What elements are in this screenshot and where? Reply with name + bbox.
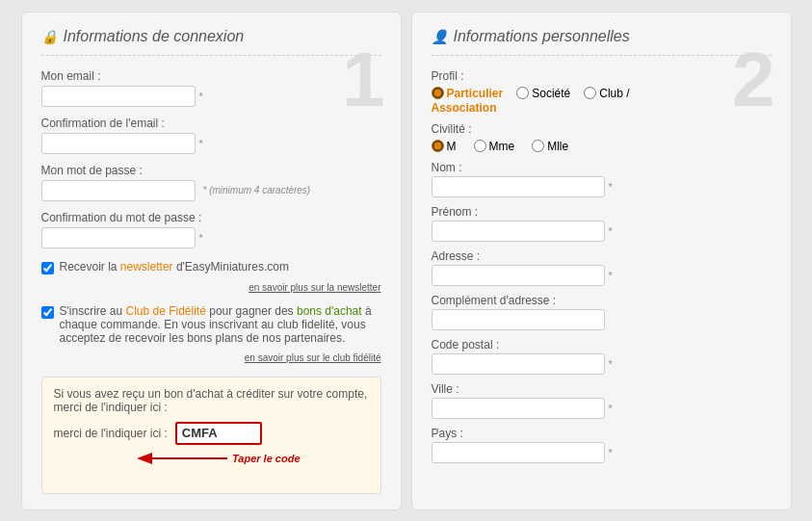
radio-mlle-text: Mlle: [547, 140, 568, 153]
newsletter-link[interactable]: newsletter: [120, 260, 173, 274]
radio-particulier-text: Particulier: [447, 87, 504, 100]
radio-mme-text: Mme: [489, 140, 515, 153]
email-input[interactable]: [41, 86, 196, 107]
radio-club-text: Club /: [599, 87, 629, 100]
club-checkbox[interactable]: [41, 306, 54, 319]
radio-societe-label[interactable]: Société: [516, 87, 570, 100]
adresse-input[interactable]: [432, 265, 605, 286]
ville-required: *: [609, 403, 613, 414]
prenom-label: Prénom :: [432, 205, 772, 219]
bons-achat-link[interactable]: bons d'achat: [297, 304, 362, 318]
code-postal-label: Code postal :: [432, 338, 772, 352]
newsletter-text-before: Recevoir la: [60, 260, 120, 274]
prenom-input[interactable]: [432, 221, 605, 242]
svg-text:Taper le code "CMFA" ici: Taper le code "CMFA" ici: [232, 453, 304, 464]
voucher-label: merci de l'indiquer ici :: [54, 427, 168, 440]
profile-options: Particulier Société Club /: [432, 87, 772, 100]
voucher-text: Si vous avez reçu un bon d'achat à crédi…: [54, 387, 369, 414]
adresse-required: *: [609, 270, 613, 281]
radio-club-label[interactable]: Club /: [584, 87, 629, 100]
right-panel: 👤 Informations personnelles 2 Profil : P…: [411, 12, 792, 510]
code-postal-required: *: [609, 358, 613, 370]
civility-label: Civilité :: [432, 122, 772, 136]
email-confirm-required: *: [199, 138, 203, 149]
left-panel-title: 🔒 Informations de connexion: [41, 28, 381, 56]
left-panel: 🔒 Informations de connexion 1 Mon email …: [21, 12, 402, 510]
complement-group: Complément d'adresse :: [432, 294, 772, 330]
nom-label: Nom :: [432, 161, 772, 174]
pays-group: Pays : *: [432, 427, 772, 463]
club-checkbox-label[interactable]: S'inscrire au Club de Fidélité pour gagn…: [41, 304, 381, 345]
club-group: S'inscrire au Club de Fidélité pour gagn…: [41, 304, 381, 363]
newsletter-text-middle: d'EasyMiniatures.com: [173, 260, 289, 274]
voucher-section: Si vous avez reçu un bon d'achat à crédi…: [41, 377, 381, 494]
email-confirm-label: Confirmation de l'email :: [41, 117, 381, 130]
nom-group: Nom : *: [432, 161, 772, 197]
adresse-group: Adresse : *: [432, 249, 772, 286]
pays-required: *: [609, 447, 613, 458]
prenom-required: *: [609, 225, 613, 237]
nom-input[interactable]: [432, 176, 605, 197]
email-required: *: [199, 91, 203, 102]
pays-label: Pays :: [432, 427, 772, 440]
arrow-svg: Taper le code "CMFA" ici: [112, 449, 304, 483]
club-text: S'inscrire au Club de Fidélité pour gagn…: [60, 304, 381, 345]
radio-mme-label[interactable]: Mme: [474, 140, 515, 153]
voucher-description: Si vous avez reçu un bon d'achat à crédi…: [54, 387, 368, 414]
radio-mme[interactable]: [474, 140, 486, 152]
radio-particulier-label[interactable]: Particulier: [432, 87, 504, 100]
right-panel-title-text: Informations personnelles: [454, 28, 630, 45]
password-confirm-label: Confirmation du mot de passe :: [41, 211, 381, 224]
email-label: Mon email :: [41, 69, 381, 83]
association-text: Association: [432, 101, 497, 115]
newsletter-text: Recevoir la newsletter d'EasyMiniatures.…: [60, 260, 289, 274]
person-icon: 👤: [432, 29, 448, 44]
pays-input[interactable]: [432, 442, 605, 463]
ville-group: Ville : *: [432, 382, 772, 419]
email-confirm-group: Confirmation de l'email : *: [41, 117, 381, 154]
profile-label: Profil :: [432, 69, 772, 83]
left-panel-title-text: Informations de connexion: [64, 28, 245, 45]
password-hint: * (minimum 4 caractères): [203, 185, 311, 195]
civility-options: M Mme Mlle: [432, 140, 772, 153]
arrow-container: Taper le code "CMFA" ici: [54, 449, 369, 483]
password-group: Mon mot de passe : * (minimum 4 caractèr…: [41, 164, 381, 201]
newsletter-more-link[interactable]: en savoir plus sur la newsletter: [41, 282, 381, 293]
nom-required: *: [609, 181, 613, 193]
club-more-link[interactable]: en savoir plus sur le club fidélité: [41, 352, 381, 363]
club-text-before: S'inscrire au: [60, 304, 126, 318]
radio-m-label[interactable]: M: [432, 140, 457, 153]
profile-group: Profil : Particulier Société Club / Asso…: [432, 69, 772, 115]
password-input[interactable]: [41, 180, 196, 201]
radio-club[interactable]: [584, 87, 596, 99]
right-panel-title: 👤 Informations personnelles: [432, 28, 772, 56]
voucher-row: merci de l'indiquer ici :: [54, 422, 369, 445]
lock-icon: 🔒: [41, 29, 58, 44]
radio-m-text: M: [447, 140, 457, 153]
complement-label: Complément d'adresse :: [432, 294, 772, 307]
ville-label: Ville :: [432, 382, 772, 396]
code-postal-input[interactable]: [432, 353, 605, 375]
password-confirm-required: *: [199, 232, 203, 244]
club-text-middle: pour gagner des: [206, 304, 297, 318]
password-confirm-input[interactable]: [41, 227, 196, 248]
radio-mlle-label[interactable]: Mlle: [532, 140, 568, 153]
newsletter-checkbox[interactable]: [41, 262, 54, 274]
newsletter-group: Recevoir la newsletter d'EasyMiniatures.…: [41, 260, 381, 293]
ville-input[interactable]: [432, 398, 605, 419]
password-label: Mon mot de passe :: [41, 164, 381, 177]
password-confirm-group: Confirmation du mot de passe : *: [41, 211, 381, 248]
radio-m[interactable]: [432, 140, 444, 152]
voucher-input[interactable]: [175, 422, 262, 445]
radio-societe[interactable]: [516, 87, 529, 99]
page-container: 🔒 Informations de connexion 1 Mon email …: [12, 2, 801, 520]
club-fidelite-link[interactable]: Club de Fidélité: [125, 304, 205, 318]
radio-particulier[interactable]: [432, 87, 444, 99]
email-confirm-input[interactable]: [41, 133, 196, 154]
newsletter-checkbox-label[interactable]: Recevoir la newsletter d'EasyMiniatures.…: [41, 260, 381, 274]
email-group: Mon email : *: [41, 69, 381, 107]
adresse-label: Adresse :: [432, 249, 772, 263]
complement-input[interactable]: [432, 309, 605, 330]
civility-group: Civilité : M Mme Mlle: [432, 122, 772, 153]
radio-mlle[interactable]: [532, 140, 544, 152]
